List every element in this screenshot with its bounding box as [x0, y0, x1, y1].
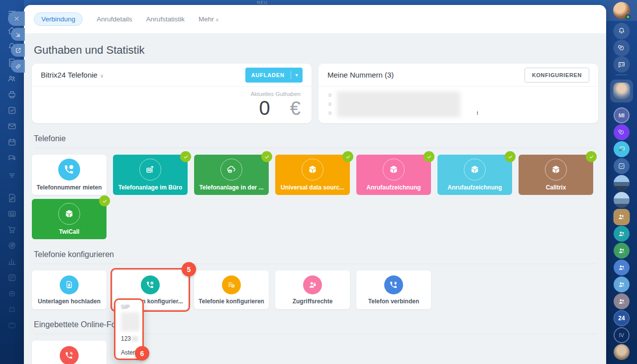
messenger-icon[interactable]	[614, 56, 630, 73]
tile-twicall[interactable]: TwiCall	[32, 199, 106, 239]
tasks-icon[interactable]	[7, 105, 17, 115]
tile-calltrix[interactable]: Calltrix	[519, 155, 593, 195]
slider-close-button[interactable]	[8, 11, 25, 26]
robot-icon[interactable]	[7, 288, 17, 298]
document-upload-icon	[60, 275, 79, 294]
configure-numbers-button[interactable]: KONFIGURIEREN	[525, 68, 589, 83]
sidebar-divider	[616, 75, 628, 75]
shop-cart-icon[interactable]	[7, 225, 17, 235]
installed-check-icon	[261, 151, 272, 162]
copilot-chat-avatar[interactable]	[614, 124, 630, 140]
slider-collapse-button[interactable]	[11, 28, 25, 41]
analytics-chart-icon[interactable]	[7, 257, 17, 267]
tile-universal-data-source[interactable]: Universal data sourc...	[275, 155, 350, 195]
left-sidebar	[0, 0, 24, 364]
current-user-avatar[interactable]	[613, 2, 630, 19]
tutorial-step-badge-6: 6	[135, 346, 149, 361]
chat-icon[interactable]	[7, 153, 17, 163]
redacted-phone-numbers	[337, 91, 460, 117]
tab-mehr[interactable]: Mehr∨	[199, 15, 219, 23]
section-title-konfigurieren: Telefonie konfigurieren	[34, 250, 596, 264]
telephony-tiles: $ Telefonnummer mieten Telefonanlage im …	[32, 155, 598, 239]
slider-open-new-window-button[interactable]	[11, 44, 25, 57]
installed-check-icon	[180, 151, 191, 162]
users-icon[interactable]	[7, 74, 17, 84]
crm-card-icon[interactable]	[7, 209, 17, 219]
my-numbers-card: Meine Nummern (3) KONFIGURIEREN t	[318, 64, 598, 123]
slider-copy-link-button[interactable]	[11, 60, 25, 73]
svg-text:$: $	[70, 165, 72, 169]
installed-check-icon	[586, 151, 597, 162]
tab-verbindung[interactable]: Verbindung	[34, 12, 83, 26]
balance-label: Aktuelles Guthaben	[43, 91, 301, 97]
mail-icon[interactable]	[7, 121, 17, 131]
group-avatar[interactable]	[614, 260, 630, 275]
chat-avatar-mi[interactable]: MI	[614, 107, 630, 123]
chat-user-avatar[interactable]	[610, 80, 633, 102]
group-avatar[interactable]	[614, 293, 630, 309]
tile-rueckruf[interactable]: Rückruf	[32, 341, 106, 364]
online-status-dot	[626, 14, 631, 19]
tile-telefonnummer-mieten[interactable]: $ Telefonnummer mieten	[32, 155, 106, 195]
tile-telefon-verbinden[interactable]: Telefon verbinden	[356, 271, 431, 309]
notifications-bell-icon[interactable]	[614, 23, 630, 39]
chat-avatar-photo[interactable]	[614, 175, 630, 191]
schedule-icon[interactable]	[7, 273, 17, 282]
group-avatar[interactable]	[614, 276, 630, 292]
installed-check-icon	[505, 151, 516, 162]
currency-symbol: €	[290, 99, 301, 118]
recharge-button[interactable]: AUFLADEN ▾	[245, 68, 303, 83]
android-icon[interactable]	[7, 304, 17, 314]
tutorial-step-badge-5: 5	[182, 262, 196, 276]
phone-callback-icon	[60, 346, 79, 364]
group-avatar[interactable]	[614, 226, 630, 242]
chat-avatar-cat[interactable]	[614, 344, 630, 360]
cube-icon	[302, 159, 323, 181]
chat-avatar-photo[interactable]	[614, 192, 630, 208]
tasks-chat-avatar[interactable]	[614, 158, 630, 174]
installed-check-icon	[99, 195, 110, 206]
tile-telefonanlage-in-der-cloud[interactable]: Telefonanlage in der ...	[194, 155, 269, 195]
marketing-target-icon[interactable]	[7, 241, 17, 251]
my-numbers-title: Meine Nummern (3)	[327, 71, 394, 79]
chevron-down-icon: ∨	[100, 73, 104, 79]
balance-card: Bitrix24 Telefonie∨ AUFLADEN ▾ Aktuelles…	[32, 64, 312, 123]
chevron-down-icon[interactable]: ▾	[291, 73, 303, 78]
cloud-pbx-icon	[220, 159, 242, 181]
group-avatar[interactable]	[614, 243, 630, 259]
chat-avatar-iv[interactable]: IV	[614, 327, 630, 343]
calendar-icon[interactable]	[7, 137, 17, 147]
dropdown-item-number[interactable]: 123	[121, 335, 142, 342]
balance-card-title[interactable]: Bitrix24 Telefonie∨	[41, 71, 104, 79]
office-pbx-icon	[139, 159, 161, 181]
phone-dollar-icon: $	[58, 159, 80, 181]
installed-check-icon	[342, 151, 353, 162]
group-avatar[interactable]	[614, 209, 630, 225]
tile-telefonanlage-im-buero[interactable]: Telefonanlage im Büro	[113, 155, 188, 195]
page-title: Guthaben und Statistik	[34, 44, 596, 57]
tab-anrufdetails[interactable]: Anrufdetails	[97, 15, 132, 23]
tile-zugriffsrechte[interactable]: Zugriffsrechte	[275, 271, 350, 309]
copilot-icon[interactable]	[614, 40, 630, 56]
cube-icon	[383, 159, 405, 181]
tile-anrufaufzeichnung-1[interactable]: Anrufaufzeichnung	[356, 155, 431, 195]
cube-icon	[464, 159, 486, 181]
bitrix24-chat-avatar[interactable]: 24	[614, 310, 630, 326]
tile-unterlagen-hochladen[interactable]: Unterlagen hochladen	[32, 271, 106, 309]
telephony-slider-panel: Verbindung Anrufdetails Anrufstatistik M…	[24, 5, 606, 364]
sign-document-icon[interactable]	[7, 193, 17, 203]
printer-icon[interactable]	[7, 90, 17, 99]
tile-telefonie-konfigurieren[interactable]: Telefonie konfigurieren	[194, 271, 269, 309]
neu-badge: NEU	[257, 0, 268, 5]
numbers-dropdown-popup: SIP 123 Asterix 6	[114, 298, 144, 360]
tab-bar: Verbindung Anrufdetails Anrufstatistik M…	[24, 5, 606, 33]
dropdown-item-sip[interactable]: SIP	[121, 304, 142, 310]
tile-anrufaufzeichnung-2[interactable]: Anrufaufzeichnung	[437, 155, 512, 195]
phone-gear-icon	[141, 275, 160, 294]
chevron-down-icon: ∨	[215, 17, 219, 22]
briefcase-icon[interactable]	[7, 320, 17, 330]
tab-anrufstatistik[interactable]: Anrufstatistik	[146, 15, 185, 23]
feed-icon[interactable]	[7, 171, 17, 181]
phone-plug-icon	[384, 275, 403, 294]
group-chat-avatar[interactable]	[614, 141, 630, 157]
